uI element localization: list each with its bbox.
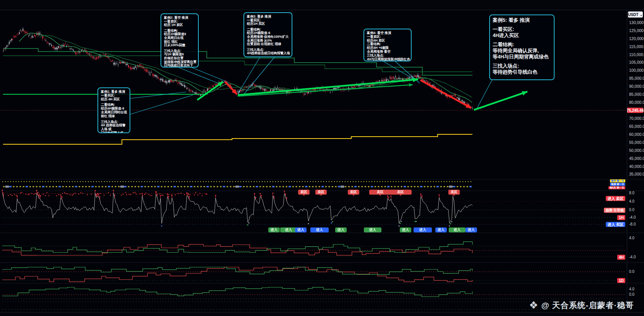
- indicator-tag: 1D: [617, 278, 625, 283]
- case-box-line: 前红 现绿: [101, 114, 127, 118]
- indicator-scale-label: -4.0: [629, 215, 636, 219]
- entry-marker: 进入: [335, 227, 347, 232]
- case-box-5[interactable]: 案例5: 看多 推演一看买区:4H进入买区二看结构:等待周全局确认反弹,等4H与…: [489, 15, 555, 80]
- price-tick: 80,000.00: [629, 100, 644, 105]
- panel-4h-oscillator: [2, 242, 472, 255]
- indicator-scale-label: 8.0: [629, 191, 634, 195]
- sell-zone-marker: 卖区: [389, 190, 412, 195]
- indicator-scale-label: 4.0: [629, 287, 634, 291]
- entry-marker: 进入: [435, 227, 447, 232]
- sell-zone-marker: 卖区: [369, 190, 391, 195]
- case-box-line: 等待趋势引导线白色: [493, 69, 551, 75]
- sell-zone-marker: 卖区: [348, 190, 359, 195]
- case-box-spacer: [493, 60, 551, 63]
- case-box-line: 经历1H 买区: [247, 22, 289, 26]
- case-box-line: 等待周全局确认反弹,: [493, 48, 551, 54]
- price-tick: 90,000.00: [629, 84, 644, 89]
- indicator-tag: 趋势 引导线: [604, 208, 625, 213]
- price-tick: 105,000.00: [629, 60, 644, 64]
- calendar-tag: 每6月 第一天: [608, 186, 625, 189]
- entry-marker: 进入: [295, 227, 307, 232]
- case-box-line: 案例5: 看多 推演: [493, 17, 551, 23]
- watermark: ❖ @ 天合系统-启蒙者·稳哥: [529, 300, 634, 311]
- case-box-line: 经历 1H 卖区: [164, 23, 195, 27]
- price-tick: 35,000.00: [629, 172, 644, 176]
- entry-marker: 进入: [310, 227, 329, 232]
- price-axis-divider: [627, 10, 627, 312]
- panel-1d-oscillator: [2, 267, 472, 282]
- sell-zone-marker: 卖区: [448, 190, 460, 195]
- price-tick: 60,000.00: [629, 132, 644, 137]
- case-box-line: 4H与日周期波段脉冲线跌红色: [367, 58, 408, 61]
- currency-selector-button[interactable]: USDT ⌄: [628, 11, 643, 18]
- indicator-scale-label: 4.0: [629, 199, 634, 203]
- price-tick: 125,000.00: [629, 28, 644, 33]
- entry-marker: 进入: [364, 227, 381, 232]
- indicator-tag: 进入 卖区: [606, 196, 625, 201]
- price-tick: 115,000.00: [629, 44, 644, 49]
- trading-chart-app: 案例1: 看多 推演一看买区:经历 4H 买区二看结构:经历4H极限值-6全局周…: [0, 0, 644, 316]
- price-tick: 55,000.00: [629, 140, 644, 145]
- indicator-scale-label: 0.0: [629, 292, 634, 297]
- indicator-tag: 进入 买区: [606, 222, 625, 227]
- case-box-line: 日结构报警入场: [101, 131, 127, 133]
- price-tick: 120,000.00: [629, 36, 644, 41]
- bottom-toolbar: [0, 312, 644, 316]
- case-box-spacer: [493, 39, 551, 42]
- calendar-tag: 每年 第一天: [610, 179, 625, 182]
- indicator-scale-label: -8.0: [629, 222, 636, 226]
- case-box-spacer: [493, 23, 551, 26]
- indicator-tag: 1H: [617, 215, 625, 220]
- sell-zone-marker: 卖区: [298, 190, 310, 195]
- case-box-line: 二看结构:: [493, 42, 551, 48]
- price-tick: 85,000.00: [629, 92, 644, 97]
- case-box-line: 日从100%回撤: [164, 44, 195, 47]
- sell-zone-marker: 卖区: [315, 190, 327, 195]
- price-tick: 70,000.00: [629, 116, 644, 121]
- calendar-tag: 每周 第一天: [610, 183, 625, 186]
- watermark-text: @ 天合系统-启蒙者·稳哥: [541, 300, 634, 311]
- price-tick: 95,000.00: [629, 76, 644, 81]
- entry-marker: 进入: [280, 227, 297, 232]
- case-box-line: 4H趋势狙击或日结构报警入场: [247, 52, 289, 55]
- case-box-line: 日均线或日首次向下: [164, 64, 195, 68]
- case-box-4[interactable]: 案例4: 看空 推演一看卖区:经历4H 卖区二看结构:经历4H +6极限全局周涨…: [363, 29, 412, 61]
- case-box-2[interactable]: 案例2: 看空 推演一看卖区:经历 1H 卖区二看结构:经历1H极限值6全局周日…: [161, 13, 199, 68]
- case-box-line: 等4H与日周期背离或绿色: [493, 54, 551, 60]
- brand-diamond-icon: ❖: [529, 300, 538, 311]
- case-box-line: 位置启动 出现前红 现绿: [247, 42, 289, 46]
- entry-marker: 进入: [466, 227, 477, 232]
- last-price-tag: 75,245.46: [627, 108, 643, 113]
- case-box-line: 经历 4H 买区: [101, 98, 127, 102]
- price-tick: 130,000.00: [629, 20, 644, 25]
- case-box-line: 一看买区:: [493, 26, 551, 32]
- session-marker-band: [2, 182, 473, 188]
- indicator-tag: 4H: [617, 255, 625, 260]
- indicator-scale-label: 4.0: [629, 236, 634, 240]
- case-box-line: 三找入场点:: [493, 63, 551, 69]
- price-tick: 50,000.00: [629, 148, 644, 153]
- price-tick: 110,000.00: [629, 52, 644, 57]
- price-tick: 45,000.00: [629, 156, 644, 161]
- chevron-down-icon: ⌄: [639, 13, 642, 17]
- currency-label: USDT: [628, 13, 638, 17]
- indicator-scale-label: 0.0: [629, 269, 634, 274]
- price-tick: 100,000.00: [629, 68, 644, 73]
- entry-marker: 进入: [449, 227, 466, 232]
- case-box-1[interactable]: 案例1: 看多 推演一看买区:经历 4H 买区二看结构:经历4H极限值-6全局周…: [97, 87, 130, 133]
- indicator-scale-label: -4.0: [629, 255, 636, 259]
- case-box-line: 4H进入买区: [493, 32, 551, 39]
- entry-marker: 进入: [400, 227, 411, 232]
- case-box-3[interactable]: 案例3: 看多 推演一看买区:经历1H 买区二看结构:经历1H极限值-6全局周涨…: [243, 12, 292, 57]
- entry-marker: 进入: [268, 227, 280, 232]
- price-tick: 40,000.00: [629, 164, 644, 169]
- panel-weekly-oscillator: [2, 287, 472, 297]
- price-tick: 65,000.00: [629, 124, 644, 129]
- entry-marker: 进入: [414, 227, 432, 232]
- indicator-scale-label: 0.0: [629, 208, 634, 212]
- step-lines: [3, 48, 472, 144]
